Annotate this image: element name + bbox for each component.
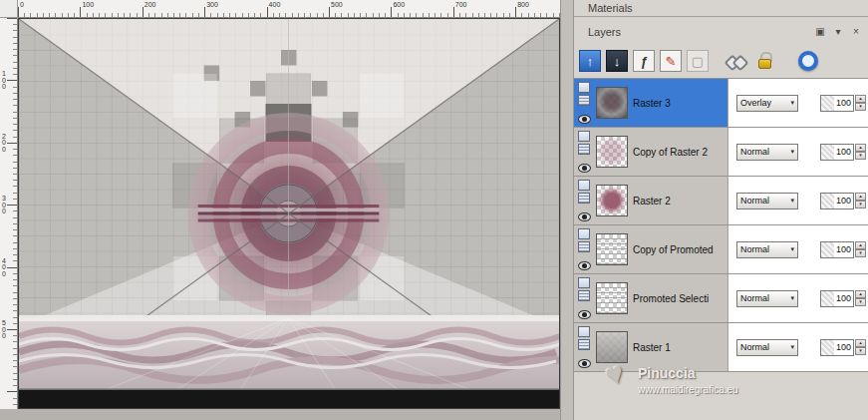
materials-panel-header[interactable]: Materials	[574, 0, 868, 17]
layer-row-left[interactable]: Raster 3	[574, 79, 727, 127]
blend-mode-select[interactable]: Normal ▾	[736, 193, 798, 210]
layer-icon-column	[574, 79, 594, 127]
visibility-eye-icon[interactable]	[578, 164, 591, 173]
layer-link-badge-icon[interactable]	[578, 241, 590, 252]
lock-transparency-icon[interactable]	[754, 50, 776, 72]
new-raster-layer-icon[interactable]: ↑	[579, 50, 601, 72]
layers-panel-header[interactable]: Layers ▣▾×	[574, 24, 868, 43]
spin-up-icon[interactable]: ▴	[855, 241, 866, 249]
visibility-eye-icon[interactable]	[578, 310, 591, 319]
layer-row-left[interactable]: Copy of Raster 2	[574, 128, 727, 176]
layer-type-icon[interactable]	[578, 277, 590, 288]
opacity-input[interactable]: 100	[820, 290, 854, 307]
layer-type-icon[interactable]	[578, 131, 590, 142]
opacity-control: 100 ▴ ▾	[820, 193, 866, 210]
opacity-value: 100	[836, 98, 851, 108]
layer-icon-column	[574, 274, 594, 322]
layer-row-left[interactable]: Copy of Promoted	[574, 225, 727, 273]
visibility-eye-icon[interactable]	[578, 261, 591, 270]
ruler-label: 100	[82, 1, 94, 8]
layer-row[interactable]: Raster 3 Overlay ▾ 100 ▴ ▾	[574, 79, 868, 128]
layer-type-icon[interactable]	[578, 82, 590, 93]
dock-panel-icon[interactable]: ▣	[814, 26, 826, 37]
mask-layer-icon[interactable]: ▢	[687, 50, 709, 72]
image-canvas[interactable]	[18, 18, 560, 409]
spin-up-icon[interactable]: ▴	[855, 144, 866, 152]
panel-menu-icon[interactable]: ▾	[832, 26, 844, 37]
ruler-corner	[0, 0, 18, 18]
app-window: 0100200300400500600700800 10020030040050…	[0, 0, 868, 420]
layer-link-badge-icon[interactable]	[578, 290, 590, 301]
layer-row-controls: Overlay ▾ 100 ▴ ▾	[727, 79, 868, 127]
chevron-down-icon: ▾	[790, 343, 794, 351]
opacity-input[interactable]: 100	[820, 241, 854, 258]
ruler-label: 500	[2, 320, 9, 340]
blend-mode-value: Normal	[740, 244, 769, 254]
layer-type-icon[interactable]	[578, 228, 590, 239]
spin-down-icon[interactable]: ▾	[855, 298, 866, 306]
layer-thumbnail[interactable]	[596, 87, 628, 119]
opacity-spinner: ▴ ▾	[855, 290, 866, 306]
layer-link-badge-icon[interactable]	[578, 144, 590, 155]
blend-mode-value: Normal	[740, 147, 769, 157]
blend-mode-select[interactable]: Normal ▾	[736, 290, 798, 307]
layer-thumbnail[interactable]	[596, 136, 628, 168]
layer-link-badge-icon[interactable]	[578, 193, 590, 204]
layer-row[interactable]: Copy of Promoted Normal ▾ 100 ▴ ▾	[574, 225, 868, 274]
layer-row-left[interactable]: Raster 2	[574, 177, 727, 224]
visibility-eye-icon[interactable]	[578, 115, 591, 124]
layer-link-badge-icon[interactable]	[578, 95, 590, 106]
layer-type-icon[interactable]	[578, 326, 590, 337]
close-panel-icon[interactable]: ×	[850, 26, 862, 37]
blend-mode-select[interactable]: Normal ▾	[736, 339, 798, 356]
layer-row[interactable]: Raster 2 Normal ▾ 100 ▴ ▾	[574, 177, 868, 225]
horizontal-ruler[interactable]: 0100200300400500600700800	[18, 0, 560, 18]
layer-thumbnail[interactable]	[596, 282, 628, 314]
visibility-eye-icon[interactable]	[578, 212, 591, 221]
link-layers-icon[interactable]	[723, 50, 749, 72]
opacity-input[interactable]: 100	[820, 144, 854, 161]
visibility-eye-icon[interactable]	[578, 359, 591, 368]
opacity-input[interactable]: 100	[820, 95, 854, 112]
spin-down-icon[interactable]: ▾	[855, 201, 866, 209]
blend-mode-value: Overlay	[740, 98, 771, 108]
layer-name: Raster 3	[633, 98, 671, 109]
opacity-spinner: ▴ ▾	[855, 339, 866, 355]
blend-mode-select[interactable]: Normal ▾	[736, 144, 798, 161]
spin-up-icon[interactable]: ▴	[855, 95, 866, 103]
layer-styles-icon[interactable]: ƒ	[633, 50, 655, 72]
blend-mode-ring-icon[interactable]	[797, 50, 819, 72]
ruler-label: 200	[2, 134, 9, 154]
layer-link-badge-icon[interactable]	[578, 339, 590, 350]
opacity-input[interactable]: 100	[820, 193, 854, 210]
layer-row[interactable]: Promoted Selecti Normal ▾ 100 ▴ ▾	[574, 274, 868, 323]
layers-list: Raster 3 Overlay ▾ 100 ▴ ▾	[574, 78, 868, 372]
blend-mode-select[interactable]: Normal ▾	[736, 241, 798, 258]
vertical-ruler[interactable]: 100200300400500	[0, 18, 18, 409]
layer-row[interactable]: Copy of Raster 2 Normal ▾ 100 ▴ ▾	[574, 128, 868, 177]
layer-thumbnail[interactable]	[596, 185, 628, 216]
materials-title: Materials	[588, 2, 633, 14]
delete-layer-icon[interactable]: ↓	[606, 50, 628, 72]
blend-mode-select[interactable]: Overlay ▾	[736, 95, 798, 112]
spin-up-icon[interactable]: ▴	[855, 290, 866, 298]
layers-header-icons: ▣▾×	[814, 26, 862, 37]
layer-row-left[interactable]: Promoted Selecti	[574, 274, 727, 322]
opacity-input[interactable]: 100	[820, 339, 854, 356]
spin-down-icon[interactable]: ▾	[855, 103, 866, 111]
spin-down-icon[interactable]: ▾	[855, 249, 866, 257]
edit-layer-icon[interactable]: ✎	[660, 50, 682, 72]
layer-name: Copy of Raster 2	[633, 147, 708, 158]
spin-up-icon[interactable]: ▴	[855, 339, 866, 347]
layer-thumbnail[interactable]	[596, 233, 628, 265]
layer-row-controls: Normal ▾ 100 ▴ ▾	[727, 225, 868, 273]
spin-down-icon[interactable]: ▾	[855, 152, 866, 160]
layer-type-icon[interactable]	[578, 180, 590, 191]
spin-up-icon[interactable]: ▴	[855, 193, 866, 201]
panel-splitter[interactable]	[560, 0, 574, 420]
spin-down-icon[interactable]: ▾	[855, 347, 866, 355]
ruler-label: 300	[206, 1, 218, 8]
layer-icon-column	[574, 225, 594, 273]
opacity-value: 100	[836, 244, 851, 254]
chevron-down-icon: ▾	[790, 148, 794, 156]
